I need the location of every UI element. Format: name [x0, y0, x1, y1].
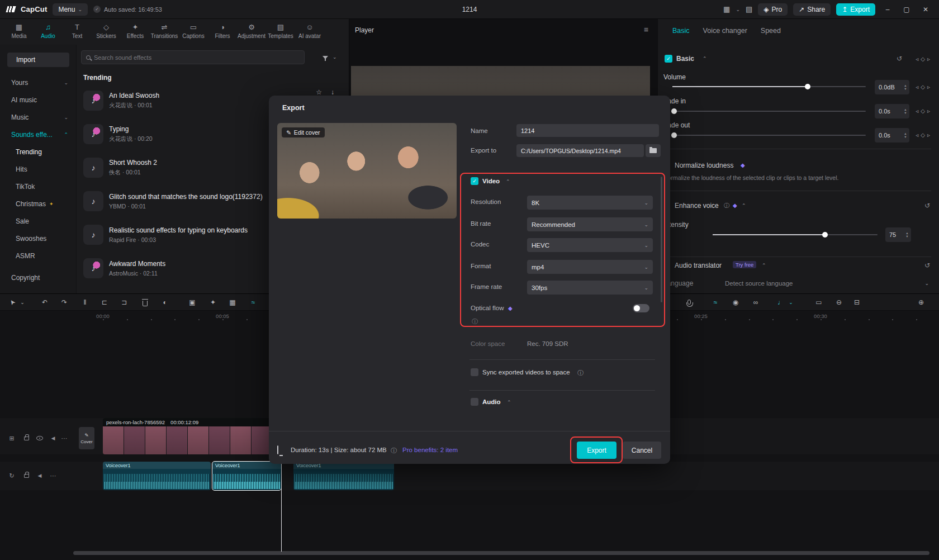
- reset-icon[interactable]: ↺: [924, 202, 930, 210]
- tab-transitions[interactable]: ⇌Transitions: [150, 19, 179, 45]
- tab-ai-avatar[interactable]: ☺AI avatar: [295, 19, 324, 45]
- notes-icon[interactable]: ▤: [746, 5, 752, 13]
- caption-tool-icon[interactable]: ▭: [814, 298, 823, 307]
- cursor-tool-icon[interactable]: ➤: [6, 296, 18, 309]
- keyframe-prev-icon[interactable]: ◃: [916, 56, 918, 62]
- zoom-in-icon[interactable]: ⊕: [917, 298, 926, 307]
- timeline-scale-icon[interactable]: ⊟: [852, 298, 861, 307]
- edit-cover-button[interactable]: ✎ Edit cover: [282, 127, 325, 137]
- keyframe-controls[interactable]: ◃ ◇ ▹: [916, 56, 930, 62]
- filter-icon[interactable]: [323, 56, 328, 59]
- resolution-select[interactable]: 8K⌄: [527, 196, 653, 210]
- delete-right-icon[interactable]: ⊐: [120, 298, 129, 307]
- sidebar-item-yours[interactable]: Yours⌄: [0, 74, 76, 91]
- reset-icon[interactable]: ↺: [897, 55, 902, 63]
- grid-icon[interactable]: ▦: [228, 298, 237, 307]
- collapse-icon[interactable]: ⌃: [742, 203, 746, 208]
- undo-icon[interactable]: ↶: [40, 298, 49, 307]
- pro-button[interactable]: ◈ Pro: [758, 3, 788, 16]
- slider-handle[interactable]: [671, 108, 677, 114]
- sidebar-item-ai-music[interactable]: AI music: [0, 91, 76, 108]
- tab-speed[interactable]: Speed: [761, 27, 781, 35]
- optical-flow-toggle[interactable]: [633, 304, 649, 312]
- maximize-button[interactable]: ▢: [900, 6, 913, 13]
- layout-icon[interactable]: ▦: [723, 5, 730, 13]
- export-confirm-button[interactable]: Export: [577, 442, 616, 459]
- sidebar-item-hits[interactable]: Hits: [0, 160, 76, 178]
- tab-voice-changer[interactable]: Voice changer: [703, 27, 747, 35]
- sidebar-item-swooshes[interactable]: Swooshes: [0, 230, 76, 247]
- keyframe-controls[interactable]: ◃◇▹: [916, 84, 930, 90]
- minimize-button[interactable]: –: [881, 6, 894, 13]
- intensity-slider[interactable]: [713, 234, 878, 235]
- record-icon[interactable]: ◉: [731, 298, 740, 307]
- sync-checkbox[interactable]: [471, 368, 478, 376]
- stepper[interactable]: ▴▾: [902, 108, 909, 115]
- fade-out-slider[interactable]: [672, 135, 866, 136]
- search-input[interactable]: [94, 54, 300, 61]
- tab-templates[interactable]: ▤Templates: [266, 19, 295, 45]
- mic-icon[interactable]: [685, 298, 694, 307]
- language-chevron-icon[interactable]: ⌄: [924, 281, 929, 286]
- tab-effects[interactable]: ✦Effects: [121, 19, 150, 45]
- keyframe-controls[interactable]: ◃◇▹: [916, 132, 930, 138]
- tab-captions[interactable]: ▭Captions: [179, 19, 208, 45]
- framerate-select[interactable]: 30fps⌄: [527, 281, 653, 295]
- menu-button[interactable]: Menu ⌄: [53, 3, 88, 16]
- tab-stickers[interactable]: ◇Stickers: [92, 19, 121, 45]
- magic-wand-icon[interactable]: ✦: [208, 298, 217, 307]
- download-icon[interactable]: ↓: [331, 88, 334, 96]
- keyframe-diamond-icon[interactable]: ◇: [921, 56, 925, 62]
- import-button[interactable]: Import: [7, 53, 69, 67]
- bitrate-select[interactable]: Recommended⌄: [527, 217, 653, 231]
- tab-adjustment[interactable]: ⚙Adjustment: [237, 19, 266, 45]
- tab-media[interactable]: ▦Media: [4, 19, 34, 45]
- redo-icon[interactable]: ↷: [60, 298, 69, 307]
- browse-folder-button[interactable]: [646, 144, 661, 157]
- link-icon[interactable]: ∞: [751, 298, 760, 307]
- beat-icon[interactable]: ♩: [776, 298, 785, 307]
- stepper[interactable]: ▴▾: [903, 231, 911, 238]
- audio-extract-icon[interactable]: ≈: [249, 298, 258, 307]
- slider-handle[interactable]: [671, 132, 677, 138]
- tab-text[interactable]: TText: [63, 19, 92, 45]
- language-value[interactable]: Detect source language: [725, 280, 793, 287]
- dialog-scrollbar[interactable]: [661, 177, 662, 302]
- collapse-icon[interactable]: ⌃: [507, 400, 511, 405]
- pro-benefits-link[interactable]: Pro benefits: 2 item: [402, 447, 458, 453]
- slider-handle[interactable]: [822, 232, 828, 238]
- favorite-icon[interactable]: ☆: [316, 88, 322, 96]
- sidebar-item-music[interactable]: Music⌄: [0, 108, 76, 126]
- cancel-button[interactable]: Cancel: [623, 442, 661, 459]
- fade-in-slider[interactable]: [672, 111, 866, 112]
- format-select[interactable]: mp4⌄: [527, 260, 653, 274]
- cursor-chevron-icon[interactable]: ⌄: [18, 298, 27, 307]
- audio-checkbox[interactable]: [471, 398, 478, 406]
- audio-wave-icon[interactable]: ≈: [711, 298, 720, 307]
- topbar-export-button[interactable]: ↥ Export: [836, 3, 875, 16]
- sidebar-item-tiktok[interactable]: TikTok: [0, 178, 76, 195]
- export-path-input[interactable]: [516, 144, 644, 157]
- horizontal-scrollbar[interactable]: [73, 551, 929, 555]
- crop-icon[interactable]: ▣: [188, 298, 197, 307]
- keyframe-controls[interactable]: ◃◇▹: [916, 108, 930, 114]
- share-button[interactable]: ↗ Share: [793, 3, 831, 16]
- sidebar-item-copyright[interactable]: Copyright: [0, 269, 76, 286]
- sidebar-item-sound-effects[interactable]: Sounds effe...⌃: [0, 126, 76, 143]
- stepper[interactable]: ▴▾: [902, 84, 909, 91]
- player-menu-icon[interactable]: ≡: [644, 25, 648, 34]
- delete-icon[interactable]: [140, 298, 149, 307]
- audio-clip[interactable]: Voiceover1: [293, 462, 394, 490]
- sidebar-item-trending[interactable]: Trending: [0, 143, 76, 160]
- layout-chevron-icon[interactable]: ⌄: [736, 7, 740, 12]
- collapse-icon[interactable]: ⌃: [762, 263, 766, 268]
- fade-out-value-box[interactable]: 0.0s ▴▾: [875, 128, 909, 143]
- sidebar-item-sale[interactable]: Sale: [0, 212, 76, 230]
- sidebar-item-asmr[interactable]: ASMR: [0, 247, 76, 264]
- beat-chevron-icon[interactable]: ⌄: [786, 298, 795, 307]
- volume-value-box[interactable]: 0.0dB ▴▾: [875, 80, 909, 94]
- mask-icon[interactable]: ◐: [160, 298, 169, 307]
- tab-basic[interactable]: Basic: [672, 27, 690, 35]
- collapse-icon[interactable]: ⌃: [506, 179, 510, 184]
- split-icon[interactable]: ‖: [80, 298, 89, 307]
